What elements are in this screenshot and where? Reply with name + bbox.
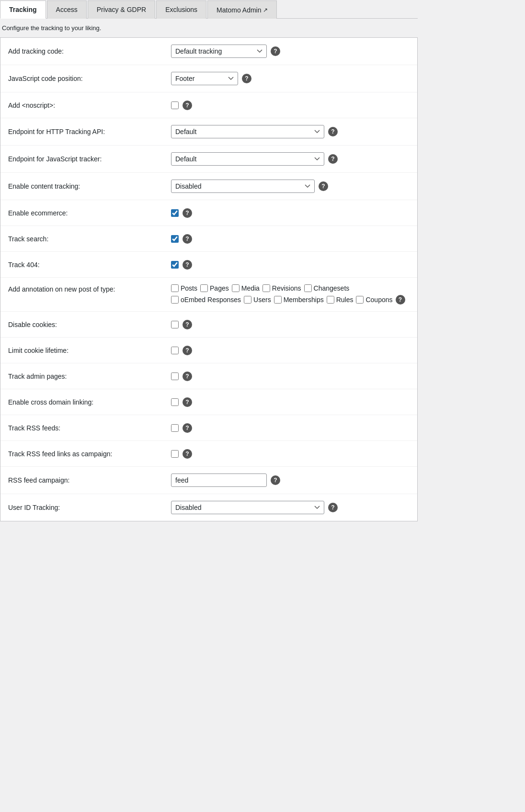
help-disable-cookies[interactable]: ? (183, 320, 192, 329)
checkbox-posts[interactable] (171, 284, 179, 292)
select-endpoint-http[interactable]: Default Custom (171, 125, 324, 138)
tab-exclusions[interactable]: Exclusions (156, 0, 206, 19)
label-add-tracking-code: Add tracking code: (8, 47, 171, 55)
control-content-tracking: Disabled Track all content Track visible… (171, 180, 410, 193)
help-track-rss-feed-links[interactable]: ? (183, 449, 192, 459)
annotation-item-revisions: Revisions (262, 284, 301, 292)
label-oembed: oEmbed Responses (181, 296, 241, 304)
select-user-id-tracking[interactable]: Disabled Enabled (171, 501, 324, 514)
tab-tracking[interactable]: Tracking (0, 0, 46, 19)
row-endpoint-http: Endpoint for HTTP Tracking API: Default … (0, 118, 417, 146)
select-content-tracking[interactable]: Disabled Track all content Track visible… (171, 180, 315, 193)
row-annotation: Add annotation on new post of type: Post… (0, 278, 417, 312)
label-endpoint-js: Endpoint for JavaScript tracker: (8, 155, 171, 163)
control-track-rss-feeds: ? (171, 423, 410, 433)
help-js-code-position[interactable]: ? (242, 74, 251, 83)
label-content-tracking: Enable content tracking: (8, 182, 171, 190)
control-annotation: Posts Pages Media Revisions Changesets o… (171, 284, 410, 304)
input-rss-feed-campaign[interactable] (171, 474, 267, 487)
row-disable-cookies: Disable cookies: ? (0, 312, 417, 338)
help-annotation[interactable]: ? (396, 295, 405, 304)
control-js-code-position: Footer Header ? (171, 72, 410, 85)
checkbox-users[interactable] (244, 296, 251, 304)
control-disable-cookies: ? (171, 320, 410, 329)
checkbox-track-admin-pages[interactable] (171, 372, 179, 380)
label-pages: Pages (210, 284, 229, 292)
row-add-noscript: Add <noscript>: ? (0, 92, 417, 118)
control-add-noscript: ? (171, 101, 410, 110)
checkbox-oembed[interactable] (171, 296, 179, 304)
select-js-code-position[interactable]: Footer Header (171, 72, 238, 85)
settings-table: Add tracking code: Default tracking No t… (0, 37, 418, 521)
checkbox-changesets[interactable] (304, 284, 312, 292)
label-disable-cookies: Disable cookies: (8, 321, 171, 328)
checkbox-track-rss-feed-links[interactable] (171, 450, 179, 458)
help-content-tracking[interactable]: ? (319, 181, 328, 191)
help-add-tracking-code[interactable]: ? (271, 46, 280, 56)
checkbox-track-404[interactable] (171, 261, 179, 269)
annotation-item-users: Users (244, 296, 271, 304)
row-track-404: Track 404: ? (0, 252, 417, 278)
select-add-tracking-code[interactable]: Default tracking No tracking Custom (171, 45, 267, 58)
row-track-rss-feed-links: Track RSS feed links as campaign: ? (0, 441, 417, 467)
help-user-id-tracking[interactable]: ? (328, 503, 338, 512)
control-enable-ecommerce: ? (171, 208, 410, 218)
row-user-id-tracking: User ID Tracking: Disabled Enabled ? (0, 494, 417, 521)
help-add-noscript[interactable]: ? (183, 101, 192, 110)
tab-matomo-admin[interactable]: Matomo Admin ↗ (207, 0, 277, 19)
help-track-search[interactable]: ? (183, 234, 192, 244)
row-track-admin-pages: Track admin pages: ? (0, 363, 417, 389)
control-track-admin-pages: ? (171, 372, 410, 381)
select-endpoint-js[interactable]: Default Custom (171, 152, 324, 166)
checkbox-track-rss-feeds[interactable] (171, 424, 179, 432)
page-description: Configure the tracking to your liking. (0, 19, 418, 37)
control-add-tracking-code: Default tracking No tracking Custom ? (171, 45, 410, 58)
label-changesets: Changesets (314, 284, 350, 292)
checkbox-add-noscript[interactable] (171, 102, 179, 109)
checkbox-rules[interactable] (327, 296, 334, 304)
label-users: Users (253, 296, 271, 304)
help-track-404[interactable]: ? (183, 260, 192, 270)
row-endpoint-js: Endpoint for JavaScript tracker: Default… (0, 146, 417, 173)
checkbox-memberships[interactable] (274, 296, 282, 304)
checkbox-pages[interactable] (200, 284, 208, 292)
help-enable-ecommerce[interactable]: ? (183, 208, 192, 218)
help-track-rss-feeds[interactable]: ? (183, 423, 192, 433)
annotation-item-rules: Rules (327, 296, 354, 304)
row-js-code-position: JavaScript code position: Footer Header … (0, 65, 417, 92)
help-track-admin-pages[interactable]: ? (183, 372, 192, 381)
help-cross-domain-linking[interactable]: ? (183, 397, 192, 407)
row-track-search: Track search: ? (0, 226, 417, 252)
label-coupons: Coupons (365, 296, 392, 304)
checkbox-coupons[interactable] (356, 296, 364, 304)
label-enable-ecommerce: Enable ecommerce: (8, 209, 171, 217)
annotation-item-pages: Pages (200, 284, 229, 292)
label-track-rss-feed-links: Track RSS feed links as campaign: (8, 450, 171, 458)
row-track-rss-feeds: Track RSS feeds: ? (0, 415, 417, 441)
tab-privacy-gdpr[interactable]: Privacy & GDPR (88, 0, 155, 19)
control-track-search: ? (171, 234, 410, 244)
external-link-icon: ↗ (263, 7, 268, 13)
label-cross-domain-linking: Enable cross domain linking: (8, 398, 171, 406)
control-endpoint-js: Default Custom ? (171, 152, 410, 166)
tab-access[interactable]: Access (47, 0, 87, 19)
help-endpoint-http[interactable]: ? (328, 127, 338, 136)
help-endpoint-js[interactable]: ? (328, 154, 338, 164)
checkbox-media[interactable] (232, 284, 240, 292)
checkbox-revisions[interactable] (262, 284, 270, 292)
tab-bar: Tracking Access Privacy & GDPR Exclusion… (0, 0, 418, 19)
checkbox-enable-ecommerce[interactable] (171, 209, 179, 217)
tabs-container: Tracking Access Privacy & GDPR Exclusion… (0, 0, 418, 19)
label-revisions: Revisions (272, 284, 301, 292)
label-memberships: Memberships (284, 296, 324, 304)
help-limit-cookie-lifetime[interactable]: ? (183, 346, 192, 355)
checkbox-disable-cookies[interactable] (171, 321, 179, 328)
label-js-code-position: JavaScript code position: (8, 75, 171, 82)
label-add-noscript: Add <noscript>: (8, 102, 171, 109)
checkbox-limit-cookie-lifetime[interactable] (171, 347, 179, 354)
control-cross-domain-linking: ? (171, 397, 410, 407)
control-endpoint-http: Default Custom ? (171, 125, 410, 138)
checkbox-cross-domain-linking[interactable] (171, 398, 179, 406)
help-rss-feed-campaign[interactable]: ? (271, 475, 280, 485)
checkbox-track-search[interactable] (171, 235, 179, 243)
